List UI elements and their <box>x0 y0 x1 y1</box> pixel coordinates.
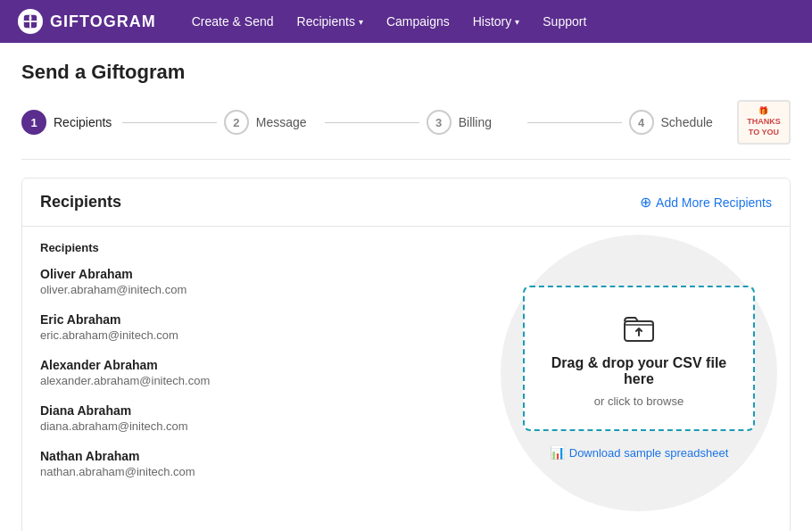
logo-icon <box>18 9 43 34</box>
logo-text: GIFTOGRAM <box>50 12 156 31</box>
download-sample-button[interactable]: 📊 Download sample spreadsheet <box>550 445 729 460</box>
step-connector-2 <box>325 122 418 123</box>
nav-support[interactable]: Support <box>534 9 595 34</box>
logo[interactable]: GIFTOGRAM <box>18 9 156 34</box>
step-circle-1: 1 <box>21 110 46 135</box>
stepper: 1 Recipients 2 Message 3 Billing 4 Sched… <box>21 100 791 160</box>
upload-main-text: Drag & drop your CSV file here <box>543 355 735 387</box>
nav-recipients[interactable]: Recipients ▾ <box>288 9 372 34</box>
plus-icon: ⊕ <box>640 194 651 211</box>
step-3: 3 Billing <box>427 110 520 135</box>
step-4: 4 Schedule <box>629 110 723 135</box>
step-label-1: Recipients <box>54 115 112 129</box>
page-title: Send a Giftogram <box>21 61 791 84</box>
upload-circle: Drag & drop your CSV file here or click … <box>501 235 777 511</box>
step-connector-3 <box>527 122 621 123</box>
navbar: GIFTOGRAM Create & Send Recipients ▾ Cam… <box>0 0 812 43</box>
step-circle-2: 2 <box>224 110 249 135</box>
main-area: Recipients ⊕ Add More Recipients Recipie… <box>21 178 791 531</box>
spreadsheet-icon: 📊 <box>550 445 565 460</box>
nav-history[interactable]: History ▾ <box>464 9 529 34</box>
chevron-down-icon: ▾ <box>359 17 363 27</box>
step-circle-3: 3 <box>427 110 452 135</box>
csv-drop-zone[interactable]: Drag & drop your CSV file here or click … <box>523 286 755 431</box>
nav-create-send[interactable]: Create & Send <box>183 9 283 34</box>
upload-folder-icon <box>621 309 657 348</box>
step-label-3: Billing <box>459 115 492 129</box>
step-circle-4: 4 <box>629 110 654 135</box>
recipients-panel-header: Recipients ⊕ Add More Recipients <box>22 178 790 227</box>
nav-links: Create & Send Recipients ▾ Campaigns His… <box>183 9 596 34</box>
gift-card-thumbnail: 🎁 THANKSTO YOU <box>737 100 791 145</box>
chevron-down-icon: ▾ <box>515 17 519 27</box>
recipients-panel-title: Recipients <box>40 193 121 212</box>
step-connector-1 <box>122 122 216 123</box>
step-label-4: Schedule <box>661 115 713 129</box>
upload-sub-text: or click to browse <box>594 394 684 408</box>
step-label-2: Message <box>256 115 307 129</box>
add-more-recipients-button[interactable]: ⊕ Add More Recipients <box>640 194 772 211</box>
step-2: 2 Message <box>224 110 318 135</box>
page-content: Send a Giftogram 1 Recipients 2 Message … <box>0 43 812 531</box>
nav-campaigns[interactable]: Campaigns <box>377 9 459 34</box>
step-1: 1 Recipients <box>21 110 115 135</box>
